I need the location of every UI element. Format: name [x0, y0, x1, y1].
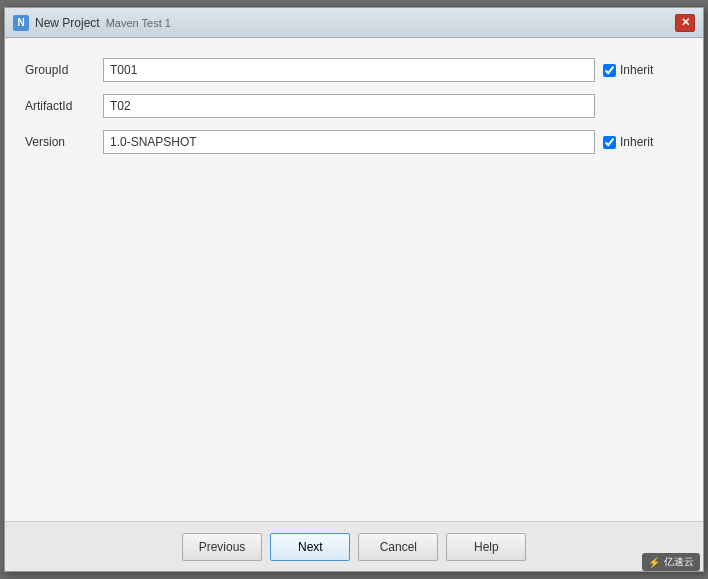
groupid-input[interactable]	[103, 58, 595, 82]
version-label: Version	[25, 135, 95, 149]
groupid-row: GroupId Inherit	[25, 58, 683, 82]
version-input[interactable]	[103, 130, 595, 154]
button-bar: Previous Next Cancel Help	[5, 521, 703, 571]
version-inherit-checkbox[interactable]	[603, 136, 616, 149]
content-spacer	[25, 154, 683, 501]
groupid-inherit-checkbox[interactable]	[603, 64, 616, 77]
artifactid-input[interactable]	[103, 94, 595, 118]
watermark: ⚡ 亿速云	[642, 553, 700, 571]
version-inherit-label: Inherit	[620, 135, 653, 149]
cancel-button[interactable]: Cancel	[358, 533, 438, 561]
groupid-inherit-label: Inherit	[620, 63, 653, 77]
artifactid-row: ArtifactId	[25, 94, 683, 118]
new-project-window: N New Project Maven Test 1 ✕ GroupId Inh…	[4, 7, 704, 572]
close-button[interactable]: ✕	[675, 14, 695, 32]
watermark-logo: ⚡	[648, 557, 660, 568]
next-button[interactable]: Next	[270, 533, 350, 561]
title-bar-left: N New Project Maven Test 1	[13, 15, 171, 31]
version-row: Version Inherit	[25, 130, 683, 154]
previous-button[interactable]: Previous	[182, 533, 263, 561]
content-area: GroupId Inherit ArtifactId Version	[5, 38, 703, 521]
form-area: GroupId Inherit ArtifactId Version	[25, 58, 683, 154]
watermark-text: 亿速云	[664, 555, 694, 569]
window-icon: N	[13, 15, 29, 31]
artifactid-label: ArtifactId	[25, 99, 95, 113]
groupid-label: GroupId	[25, 63, 95, 77]
groupid-inherit-container: Inherit	[603, 63, 683, 77]
title-bar: N New Project Maven Test 1 ✕	[5, 8, 703, 38]
window-subtitle: Maven Test 1	[106, 17, 171, 29]
help-button[interactable]: Help	[446, 533, 526, 561]
window-title: New Project	[35, 16, 100, 30]
version-inherit-container: Inherit	[603, 135, 683, 149]
